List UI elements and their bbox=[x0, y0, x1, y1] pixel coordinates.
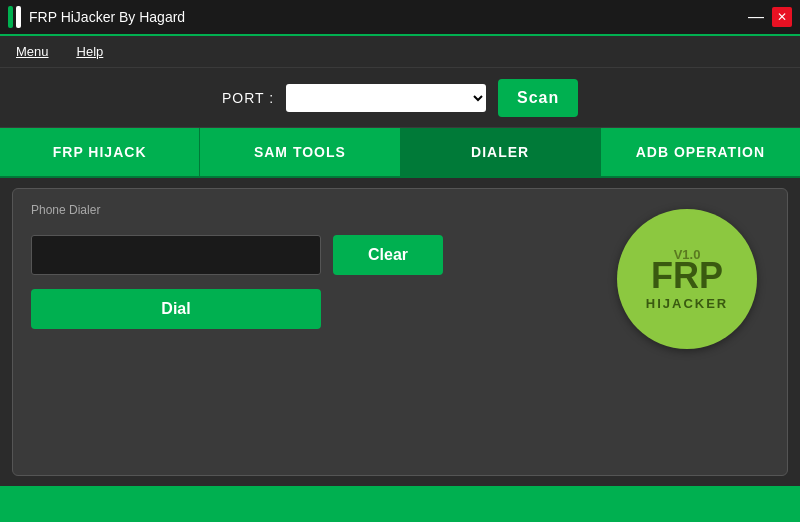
frp-main-text: FRP bbox=[651, 258, 723, 294]
frp-logo: V1.0 FRP HIJACKER bbox=[617, 209, 757, 349]
minimize-button[interactable]: — bbox=[746, 7, 766, 27]
tab-frp-hijack[interactable]: FRP HIJACK bbox=[0, 128, 200, 176]
port-row: PORT : Scan bbox=[0, 68, 800, 128]
main-content: Phone Dialer Clear Dial V1.0 FRP HIJACKE… bbox=[0, 178, 800, 486]
tab-dialer[interactable]: DIALER bbox=[401, 128, 601, 176]
frp-sub-text: HIJACKER bbox=[646, 296, 728, 311]
scan-button[interactable]: Scan bbox=[498, 79, 578, 117]
port-select[interactable] bbox=[286, 84, 486, 112]
logo-bar-white bbox=[16, 6, 21, 28]
dial-button[interactable]: Dial bbox=[31, 289, 321, 329]
status-bar bbox=[0, 486, 800, 522]
menu-item-help[interactable]: Help bbox=[73, 40, 108, 63]
logo-bar-green bbox=[8, 6, 13, 28]
clear-button[interactable]: Clear bbox=[333, 235, 443, 275]
menu-bar: Menu Help bbox=[0, 36, 800, 68]
port-label: PORT : bbox=[222, 90, 274, 106]
phone-dialer-input[interactable] bbox=[31, 235, 321, 275]
dialer-panel: Phone Dialer Clear Dial V1.0 FRP HIJACKE… bbox=[12, 188, 788, 476]
tabs-bar: FRP HIJACK SAM TOOLS DIALER ADB OPERATIO… bbox=[0, 128, 800, 178]
menu-item-menu[interactable]: Menu bbox=[12, 40, 53, 63]
title-bar-left: FRP HiJacker By Hagard bbox=[8, 6, 185, 28]
title-bar: FRP HiJacker By Hagard — ✕ bbox=[0, 0, 800, 36]
window-controls: — ✕ bbox=[746, 7, 792, 27]
app-logo bbox=[8, 6, 21, 28]
window-title: FRP HiJacker By Hagard bbox=[29, 9, 185, 25]
close-button[interactable]: ✕ bbox=[772, 7, 792, 27]
tab-sam-tools[interactable]: SAM TOOLS bbox=[200, 128, 400, 176]
tab-adb-operation[interactable]: ADB OPERATION bbox=[601, 128, 800, 176]
